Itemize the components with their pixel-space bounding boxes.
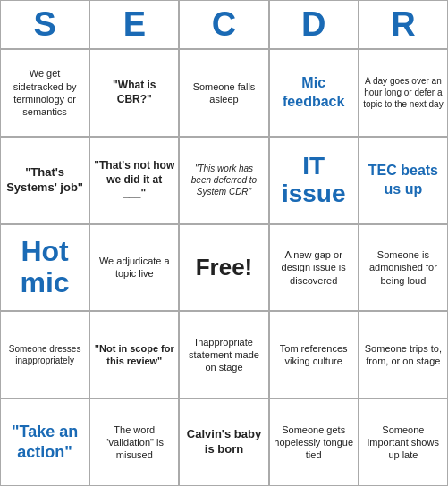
header-c: C bbox=[179, 0, 268, 49]
bingo-grid: We get sidetracked by terminology or sem… bbox=[0, 49, 448, 486]
cell-5-5: Someone important shows up late bbox=[359, 398, 448, 486]
cell-2-1: "That's Systems' job" bbox=[0, 137, 89, 224]
cell-3-5: Someone is admonished for being loud bbox=[359, 224, 448, 312]
cell-3-1: Hot mic bbox=[0, 224, 89, 312]
header-r: R bbox=[359, 0, 448, 49]
cell-3-2: We adjudicate a topic live bbox=[89, 224, 179, 312]
header-e: E bbox=[89, 0, 179, 49]
cell-2-5: TEC beats us up bbox=[359, 137, 448, 224]
cell-5-1: "Take an action" bbox=[0, 398, 89, 486]
cell-5-3: Calvin's baby is born bbox=[179, 398, 268, 486]
cell-1-4: Mic feedback bbox=[269, 49, 359, 137]
cell-4-3: Inappropriate statement made on stage bbox=[179, 311, 268, 398]
cell-1-5: A day goes over an hour long or defer a … bbox=[359, 49, 448, 137]
cell-1-3: Someone falls asleep bbox=[179, 49, 268, 137]
cell-5-2: The word "validation" is misused bbox=[89, 398, 179, 486]
header-row: S E C D R bbox=[0, 0, 448, 49]
cell-4-4: Tom references viking culture bbox=[269, 311, 359, 398]
cell-4-2: "Not in scope for this review" bbox=[89, 311, 179, 398]
cell-2-2: "That's not how we did it at ___" bbox=[89, 137, 179, 224]
cell-1-2: "What is CBR?" bbox=[89, 49, 179, 137]
cell-4-1: Someone dresses inappropriately bbox=[0, 311, 89, 398]
header-d: D bbox=[269, 0, 359, 49]
cell-4-5: Someone trips to, from, or on stage bbox=[359, 311, 448, 398]
cell-5-4: Someone gets hopelessly tongue tied bbox=[269, 398, 359, 486]
cell-3-4: A new gap or design issue is discovered bbox=[269, 224, 359, 312]
cell-2-4: IT issue bbox=[269, 137, 359, 224]
cell-2-3: "This work has been deferred to System C… bbox=[179, 137, 268, 224]
cell-3-3: Free! bbox=[179, 224, 268, 312]
header-s: S bbox=[0, 0, 89, 49]
bingo-card: S E C D R We get sidetracked by terminol… bbox=[0, 0, 448, 486]
cell-1-1: We get sidetracked by terminology or sem… bbox=[0, 49, 89, 137]
